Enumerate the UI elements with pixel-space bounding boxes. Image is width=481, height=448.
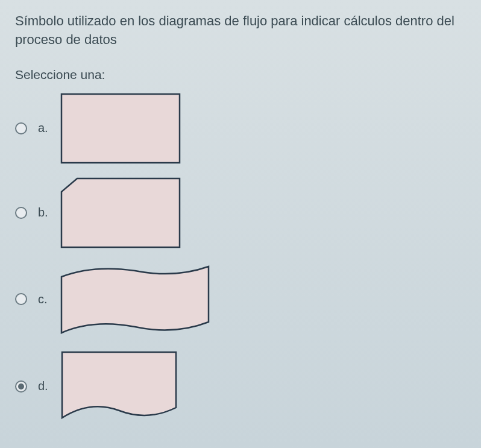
shape-document — [60, 350, 178, 423]
radio-c[interactable] — [15, 293, 27, 305]
shape-wavy — [60, 262, 210, 337]
option-row-a: a. — [15, 93, 466, 164]
radio-d[interactable] — [15, 380, 27, 393]
option-label-a: a. — [38, 121, 48, 135]
option-row-d: d. — [15, 350, 466, 423]
shape-rectangle — [60, 93, 181, 164]
svg-rect-0 — [61, 94, 180, 163]
option-label-d: d. — [38, 379, 48, 393]
radio-a[interactable] — [15, 122, 27, 134]
instruction-text: Seleccione una: — [15, 68, 466, 82]
radio-b[interactable] — [15, 207, 27, 219]
question-text: Símbolo utilizado en los diagramas de fl… — [15, 12, 466, 49]
option-label-b: b. — [38, 206, 48, 219]
option-row-c: c. — [15, 262, 466, 337]
shape-card — [60, 177, 181, 248]
option-label-c: c. — [38, 292, 48, 306]
option-row-b: b. — [15, 177, 466, 248]
